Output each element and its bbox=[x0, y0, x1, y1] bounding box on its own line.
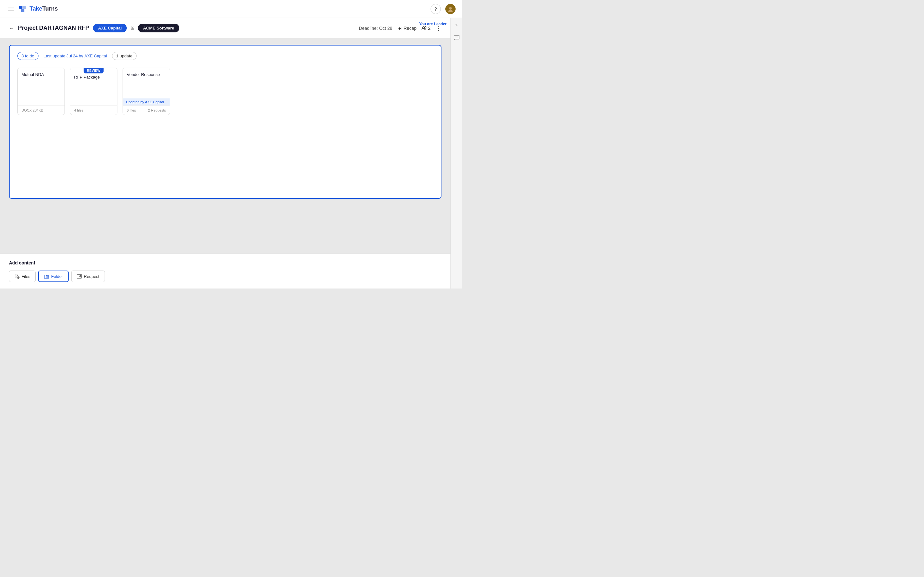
folder-icon bbox=[44, 274, 49, 279]
file-card-body: RFP Package bbox=[70, 68, 117, 105]
chat-button[interactable] bbox=[454, 35, 459, 42]
svg-rect-0 bbox=[19, 6, 23, 9]
deadline-label: Deadline: Oct 28 bbox=[359, 26, 392, 31]
add-content-actions: Files Folder Request bbox=[9, 271, 441, 282]
content-card: 3 to do Last update Jul 24 by AXE Capita… bbox=[9, 45, 441, 199]
project-header: ← Project DARTAGNAN RFP AXE Capital & AC… bbox=[0, 18, 451, 39]
ampersand: & bbox=[131, 25, 134, 31]
file-card-title: RFP Package bbox=[74, 74, 100, 80]
svg-rect-16 bbox=[77, 274, 81, 278]
party1-badge[interactable]: AXE Capital bbox=[93, 24, 127, 32]
navbar-left: TakeTurns bbox=[6, 5, 58, 13]
logo-text: TakeTurns bbox=[29, 5, 58, 12]
svg-rect-2 bbox=[21, 9, 24, 12]
logo-icon bbox=[19, 5, 27, 13]
add-content-area: Add content Files Folder bbox=[0, 253, 451, 288]
collapse-button[interactable]: « bbox=[454, 21, 459, 28]
svg-point-4 bbox=[448, 10, 453, 12]
chat-icon bbox=[454, 35, 459, 40]
help-button[interactable]: ? bbox=[431, 4, 441, 14]
request-icon bbox=[77, 274, 82, 279]
svg-rect-1 bbox=[23, 6, 26, 9]
hamburger-menu[interactable] bbox=[6, 5, 15, 13]
project-header-left: ← Project DARTAGNAN RFP AXE Capital & AC… bbox=[9, 24, 179, 32]
review-badge: REVIEW bbox=[84, 68, 103, 73]
role-indicator: You are Leader bbox=[419, 22, 447, 26]
requests-count: 2 Requests bbox=[148, 108, 166, 112]
file-card-footer: 6 files 2 Requests bbox=[123, 105, 170, 115]
file-cards-grid: Mutual NDA DOCX 234KB REVIEW RFP Package bbox=[17, 68, 433, 115]
avatar-icon bbox=[447, 6, 453, 12]
file-meta: 6 files bbox=[127, 108, 136, 112]
add-content-title: Add content bbox=[9, 260, 441, 266]
files-icon bbox=[15, 274, 19, 279]
main-panel: 3 to do Last update Jul 24 by AXE Capita… bbox=[0, 39, 451, 288]
svg-point-3 bbox=[449, 7, 452, 10]
svg-point-6 bbox=[425, 26, 426, 28]
recap-button[interactable]: ⏮ Recap bbox=[397, 26, 417, 31]
file-card-body: Mutual NDA bbox=[18, 68, 65, 105]
file-card-footer: 4 files bbox=[70, 105, 117, 115]
file-card-vendor-response[interactable]: Vendor Response Updated by AXE Capital 6… bbox=[123, 68, 170, 115]
update-badge[interactable]: 1 update bbox=[112, 52, 137, 60]
file-card-title: Mutual NDA bbox=[21, 72, 44, 77]
status-bar: 3 to do Last update Jul 24 by AXE Capita… bbox=[17, 52, 433, 60]
main-layout: ← Project DARTAGNAN RFP AXE Capital & AC… bbox=[0, 18, 462, 288]
project-title: Project DARTAGNAN RFP bbox=[18, 25, 89, 31]
add-request-label: Request bbox=[84, 274, 99, 279]
add-folder-button[interactable]: Folder bbox=[38, 271, 69, 282]
content-area: ← Project DARTAGNAN RFP AXE Capital & AC… bbox=[0, 18, 451, 288]
file-card-rfp-package[interactable]: REVIEW RFP Package 4 files bbox=[70, 68, 118, 115]
back-button[interactable]: ← bbox=[9, 25, 14, 31]
last-update-text: Last update Jul 24 by AXE Capital bbox=[44, 53, 107, 58]
navbar: TakeTurns ? bbox=[0, 0, 462, 18]
right-panel: « bbox=[451, 18, 462, 288]
recap-icon: ⏮ bbox=[397, 26, 402, 31]
navbar-right: ? bbox=[431, 4, 456, 14]
file-card-footer: DOCX 234KB bbox=[18, 105, 65, 115]
members-icon bbox=[422, 26, 427, 31]
add-folder-label: Folder bbox=[51, 274, 63, 279]
add-files-label: Files bbox=[21, 274, 30, 279]
party2-badge[interactable]: ACME Software bbox=[138, 24, 179, 32]
file-meta: DOCX 234KB bbox=[21, 108, 43, 112]
updated-bar: Updated by AXE Capital bbox=[123, 98, 170, 105]
user-avatar[interactable] bbox=[445, 4, 456, 14]
add-files-button[interactable]: Files bbox=[9, 271, 36, 282]
file-card-mutual-nda[interactable]: Mutual NDA DOCX 234KB bbox=[17, 68, 65, 115]
file-card-title: Vendor Response bbox=[127, 72, 160, 77]
logo[interactable]: TakeTurns bbox=[19, 5, 58, 13]
add-request-button[interactable]: Request bbox=[71, 271, 105, 282]
todo-badge[interactable]: 3 to do bbox=[17, 52, 39, 60]
file-card-body: Vendor Response bbox=[123, 68, 170, 98]
file-meta: 4 files bbox=[74, 108, 83, 112]
